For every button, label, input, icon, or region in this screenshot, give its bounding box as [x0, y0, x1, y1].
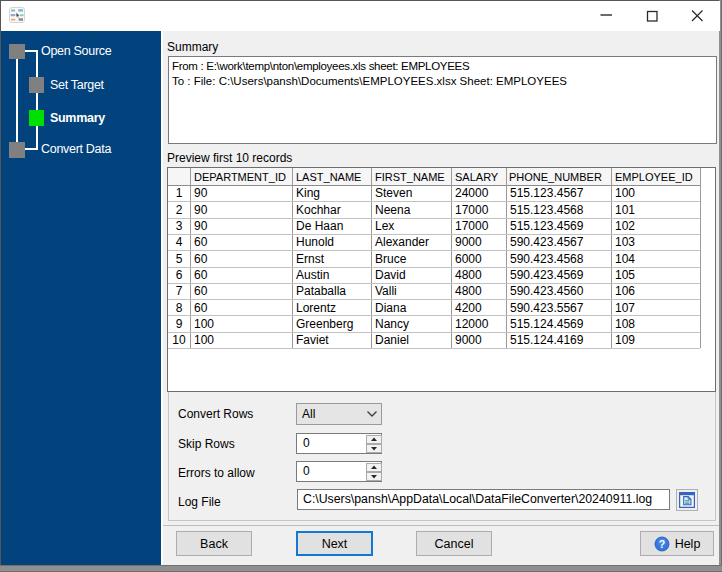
svg-text:?: ? — [658, 537, 664, 549]
